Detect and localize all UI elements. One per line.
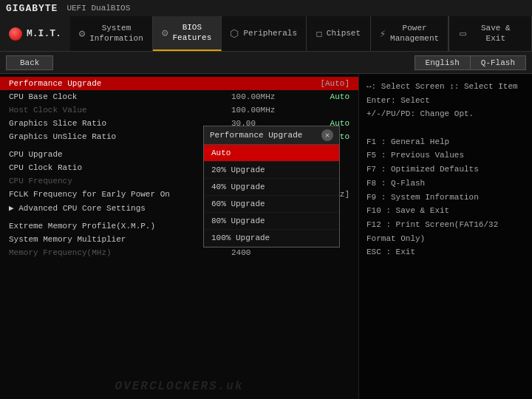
menu-item-value: 100.00MHz — [231, 92, 290, 101]
tab-chipset[interactable]: ◻ Chipset — [307, 16, 371, 51]
menu-item-name: CPU Clock Ratio — [9, 163, 231, 172]
help-line-esc: ESC : Exit — [366, 245, 525, 259]
help-line-f12: F12 : Print Screen(FAT16/32 Format Only) — [366, 218, 525, 245]
action-right-buttons: English Q-Flash — [415, 55, 526, 70]
nav-tabs: ⚙ SystemInformation ⚙ BIOSFeatures ⬡ Per… — [70, 16, 532, 51]
menu-item-value: 2400 — [231, 248, 290, 257]
menu-item-setting — [290, 106, 349, 115]
tab-system-information[interactable]: ⚙ SystemInformation — [70, 16, 153, 51]
back-button[interactable]: Back — [6, 55, 53, 70]
menu-item-name: CPU Upgrade — [9, 150, 231, 159]
menu-item-name: FCLK Frequency for Early Power On — [9, 190, 231, 199]
logo-dot — [9, 27, 22, 41]
menu-item-performance-upgrade[interactable]: Performance Upgrade [Auto] — [0, 77, 358, 90]
dropdown-option-100[interactable]: 100% Upgrade — [204, 230, 339, 247]
tab-chipset-label: Chipset — [327, 29, 361, 38]
menu-item-name: Extreme Memory Profile(X.M.P.) — [9, 222, 231, 231]
action-bar: Back English Q-Flash — [0, 52, 532, 74]
help-line-f10: F10 : Save & Exit — [366, 204, 525, 218]
dropdown-header: Performance Upgrade ✕ — [204, 126, 339, 145]
peripherals-icon: ⬡ — [230, 27, 239, 40]
dropdown-option-80[interactable]: 80% Upgrade — [204, 213, 339, 230]
tab-bios-features-label: BIOSFeatures — [172, 23, 211, 42]
menu-item-name: System Memory Multiplier — [9, 235, 231, 244]
menu-item-name: Host Clock Value — [9, 106, 231, 115]
bios-features-icon: ⚙ — [162, 27, 168, 39]
help-line-f9: F9 : System Information — [366, 191, 525, 205]
menu-item-name: ▶ Advanced CPU Core Settings — [9, 203, 231, 213]
top-bar: GIGABYTE UEFI DualBIOS — [0, 0, 532, 16]
nav-logo: M.I.T. — [0, 16, 70, 51]
menu-item-memory-freq: Memory Frequency(MHz) 2400 — [0, 246, 358, 259]
power-icon: ⚡ — [380, 27, 386, 40]
tab-peripherals-label: Peripherals — [243, 29, 297, 38]
menu-item-value: 100.00MHz — [231, 106, 290, 115]
tab-system-information-label: SystemInformation — [89, 24, 143, 43]
tab-power-management[interactable]: ⚡ PowerManagement — [371, 16, 449, 51]
help-line-1: ↔: Select Screen ↕: Select Item — [366, 80, 525, 94]
tab-peripherals[interactable]: ⬡ Peripherals — [222, 16, 307, 51]
dropdown-option-20[interactable]: 20% Upgrade — [204, 162, 339, 179]
brand-logo: GIGABYTE — [6, 3, 58, 14]
nav-bar: M.I.T. ⚙ SystemInformation ⚙ BIOSFeature… — [0, 16, 532, 52]
help-line-2: Enter: Select — [366, 94, 525, 108]
qflash-button[interactable]: Q-Flash — [471, 55, 526, 70]
dropdown-option-60[interactable]: 60% Upgrade — [204, 196, 339, 213]
chipset-icon: ◻ — [316, 27, 321, 40]
dropdown-modal[interactable]: Performance Upgrade ✕ Auto 20% Upgrade 4… — [203, 126, 340, 248]
tab-bios-features[interactable]: ⚙ BIOSFeatures — [153, 16, 222, 51]
menu-item-name: Performance Upgrade — [9, 79, 231, 88]
menu-item-setting: [Auto] — [290, 79, 349, 88]
help-line-f7: F7 : Optimized Defaults — [366, 163, 525, 177]
tab-save-exit-label: Save & Exit — [471, 24, 521, 43]
menu-item-name: Graphics Slice Ratio — [9, 119, 231, 128]
language-button[interactable]: English — [415, 55, 471, 70]
menu-item-setting: Auto — [290, 92, 349, 101]
menu-item-name: CPU Frequency — [9, 177, 231, 185]
right-panel: ↔: Select Screen ↕: Select Item Enter: S… — [358, 74, 532, 399]
system-info-icon: ⚙ — [79, 27, 85, 40]
help-line-f1: F1 : General Help — [366, 135, 525, 149]
menu-item-value — [231, 79, 290, 88]
help-line-f8: F8 : Q-Flash — [366, 177, 525, 191]
menu-item-setting — [290, 248, 349, 257]
dropdown-option-auto[interactable]: Auto — [204, 145, 339, 162]
bios-version: UEFI DualBIOS — [66, 4, 130, 13]
tab-save-exit[interactable]: ▭ Save & Exit — [449, 16, 532, 51]
dropdown-title: Performance Upgrade — [210, 131, 302, 140]
menu-item-host-clock: Host Clock Value 100.00MHz — [0, 103, 358, 117]
dropdown-option-40[interactable]: 40% Upgrade — [204, 179, 339, 196]
menu-item-name: Graphics UnSlice Ratio — [9, 132, 231, 141]
help-line-f5: F5 : Previous Values — [366, 149, 525, 163]
help-line-3: +/-/PU/PD: Change Opt. — [366, 107, 525, 121]
menu-item-name: Memory Frequency(MHz) — [9, 248, 231, 257]
menu-item-name: CPU Base Clock — [9, 92, 231, 101]
save-exit-icon: ▭ — [460, 27, 466, 40]
nav-logo-text: M.I.T. — [27, 28, 61, 39]
tab-power-management-label: PowerManagement — [390, 24, 439, 43]
menu-item-cpu-base-clock[interactable]: CPU Base Clock 100.00MHz Auto — [0, 90, 358, 103]
dropdown-close-button[interactable]: ✕ — [321, 129, 333, 141]
